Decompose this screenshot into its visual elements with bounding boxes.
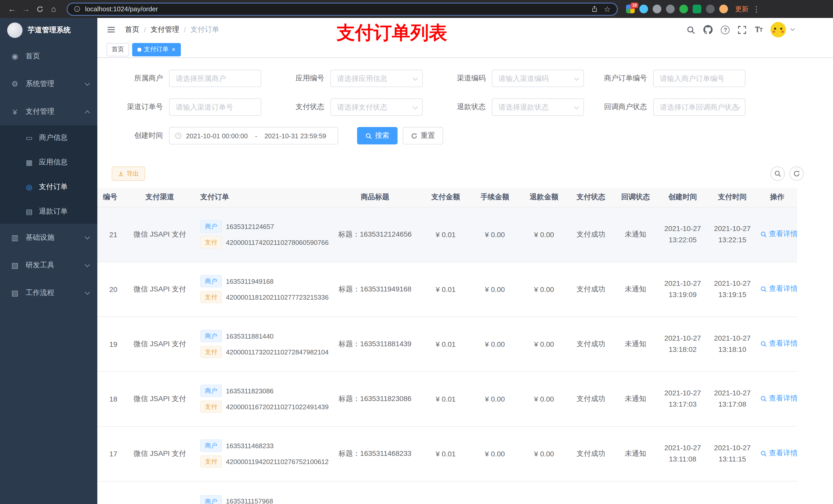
card-icon: ▭	[25, 134, 34, 142]
sidebar-item-home[interactable]: ◉ 首页	[0, 43, 97, 70]
refund-status-select[interactable]	[492, 98, 584, 116]
avatar-caret-icon[interactable]	[790, 27, 795, 31]
extension-icon[interactable]	[639, 5, 648, 13]
sidebar-item-payment[interactable]: ¥ 支付管理	[0, 98, 97, 125]
sidebar-item-workflow[interactable]: ▨ 工作流程	[0, 279, 97, 307]
payment-submenu: ▭ 商户信息 ▦ 应用信息 ◎ 支付订单 ▤ 退款订单	[0, 125, 97, 224]
action-cell: 查看详情	[757, 426, 797, 481]
merchant-order-no-input[interactable]	[653, 70, 745, 87]
sidebar-item-merchant-info[interactable]: ▭ 商户信息	[0, 125, 97, 150]
refresh-table-button[interactable]	[789, 166, 804, 181]
filter-notify-status: 回调商户状态	[596, 98, 745, 116]
app-logo[interactable]: 芋道管理系统	[0, 18, 97, 43]
tab-home[interactable]: 首页	[106, 43, 129, 56]
font-size-icon[interactable]: TT	[755, 25, 762, 34]
table-toolbar: 导出	[97, 156, 833, 181]
tags-view-bar: 首页 支付订单 ×	[97, 42, 833, 58]
channel-cell: 微信 JSAPI 支付	[121, 426, 198, 481]
bookmark-star-icon[interactable]: ☆	[604, 5, 611, 13]
extension-icon[interactable]	[653, 5, 661, 13]
toggle-search-button[interactable]	[770, 166, 785, 181]
filter-merchant: 所属商户	[112, 70, 261, 87]
extension-icon[interactable]: 10	[626, 5, 635, 13]
reset-button[interactable]: 重置	[403, 127, 443, 144]
fee-cell: ¥ 0.00	[470, 426, 520, 481]
browser-update-button[interactable]: 更新	[735, 4, 748, 14]
filter-channel-order-no: 渠道订单号	[112, 98, 261, 116]
notify-cell: 未通知	[613, 316, 658, 371]
title-cell: 标题：1635312124656	[329, 207, 421, 262]
channel-code-select[interactable]	[492, 70, 584, 87]
extension-icon[interactable]	[679, 5, 688, 13]
browser-refresh-icon[interactable]	[33, 2, 47, 16]
search-button[interactable]: 搜索	[357, 127, 398, 144]
view-detail-link[interactable]: 查看详情	[760, 339, 798, 349]
date-range-picker[interactable]: 2021-10-01 00:00:00 - 2021-10-31 23:59:5…	[169, 127, 338, 144]
created-time-cell: 2021-10-2713:22:05	[658, 207, 708, 262]
extension-puzzle-icon[interactable]	[706, 5, 715, 13]
paid-time-cell: 2021-10-2713:17:08	[708, 371, 757, 426]
col-id: 编号	[97, 188, 121, 207]
amount-cell: ¥ 0.01	[421, 371, 470, 426]
grid-icon: ▦	[25, 158, 34, 166]
sidebar-item-dev-tools[interactable]: ▧ 研发工具	[0, 251, 97, 279]
refund-cell: ¥ 0.00	[520, 371, 569, 426]
channel-cell	[121, 481, 198, 504]
order-no-cell: 商户 1635311468233 支付 42000011942021102767…	[198, 426, 329, 481]
refund-cell: ¥ 0.00	[520, 426, 569, 481]
sidebar-item-infrastructure[interactable]: ▥ 基础设施	[0, 224, 97, 251]
tab-close-icon[interactable]: ×	[172, 46, 175, 53]
table-row: 17 微信 JSAPI 支付 商户 1635311468233 支付 42000…	[97, 426, 797, 481]
fee-cell	[470, 481, 520, 504]
clock-icon	[175, 132, 182, 139]
order-id-cell: 17	[97, 426, 121, 481]
sidebar-toggle-icon[interactable]	[104, 23, 118, 37]
fullscreen-icon[interactable]	[738, 25, 747, 34]
browser-forward-icon[interactable]: →	[19, 2, 33, 16]
browser-home-icon[interactable]: ⌂	[47, 2, 61, 16]
browser-menu-icon[interactable]: ⋮	[753, 4, 760, 14]
amount-cell: ¥ 0.01	[421, 207, 470, 262]
search-icon[interactable]	[687, 25, 695, 34]
pay-tag: 支付	[200, 236, 222, 248]
yen-icon: ¥	[10, 107, 20, 116]
app-id-select[interactable]	[330, 70, 423, 87]
chevron-up-icon	[85, 110, 90, 115]
share-icon[interactable]	[591, 6, 598, 12]
github-icon[interactable]	[704, 25, 713, 34]
url-text[interactable]: localhost:1024/pay/order	[85, 5, 591, 13]
top-navbar: 首页 / 支付管理 / 支付订单 支付订单列表 ?	[97, 18, 833, 42]
paid-time-cell: 2021-10-2713:18:10	[708, 316, 757, 371]
site-info-icon[interactable]	[74, 6, 80, 12]
sidebar-item-system[interactable]: ⚙ 系统管理	[0, 70, 97, 98]
merchant-select[interactable]	[169, 70, 261, 87]
sidebar-item-refund-order[interactable]: ▤ 退款订单	[0, 199, 97, 224]
pay-order-line: 支付 4200001173202110272847982104	[200, 346, 326, 358]
extension-icon[interactable]	[693, 5, 701, 13]
tab-pay-order[interactable]: 支付订单 ×	[132, 43, 181, 56]
view-detail-link[interactable]: 查看详情	[760, 449, 798, 458]
sidebar-item-app-info[interactable]: ▦ 应用信息	[0, 150, 97, 175]
channel-order-no-input[interactable]	[169, 98, 261, 116]
extension-avatar-icon[interactable]	[719, 5, 728, 13]
breadcrumb-payment[interactable]: 支付管理	[151, 25, 179, 34]
pay-status-select[interactable]	[330, 98, 423, 116]
sidebar-item-pay-order[interactable]: ◎ 支付订单	[0, 175, 97, 199]
export-button[interactable]: 导出	[112, 166, 145, 181]
notify-cell	[613, 481, 658, 504]
dashboard-icon: ◉	[10, 52, 20, 61]
browser-back-icon[interactable]: ←	[5, 2, 19, 16]
view-detail-link[interactable]: 查看详情	[760, 285, 798, 294]
user-avatar[interactable]	[770, 22, 786, 38]
extension-icon[interactable]	[666, 5, 675, 13]
order-table: 编号 支付渠道 支付订单 商品标题 支付金额 手续金额 退款金额 支付状态 回调…	[97, 188, 833, 504]
help-icon[interactable]: ?	[721, 25, 730, 34]
view-detail-link[interactable]: 查看详情	[760, 230, 798, 239]
filter-channel-code: 渠道编码	[434, 70, 584, 87]
view-detail-link[interactable]: 查看详情	[760, 394, 798, 403]
status-cell: 支付成功	[569, 207, 613, 262]
breadcrumb-home[interactable]: 首页	[125, 25, 139, 34]
notify-status-select[interactable]	[653, 98, 745, 116]
address-bar[interactable]: localhost:1024/pay/order ☆	[67, 2, 618, 16]
chevron-down-icon	[85, 290, 90, 295]
